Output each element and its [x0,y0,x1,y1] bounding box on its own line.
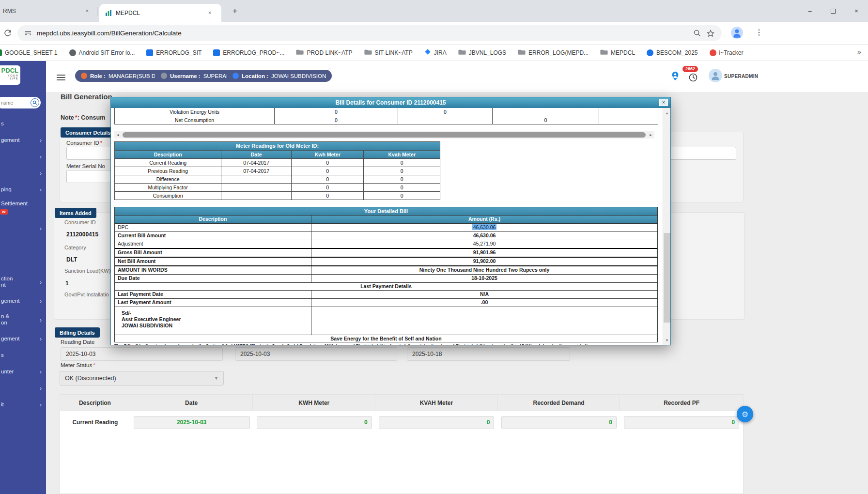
settings-fab[interactable]: ⚙ [737,406,753,422]
bookmark-item[interactable]: JIRA [424,48,447,57]
sidebar-item[interactable]: ping› [0,181,46,198]
bookmark-item[interactable]: PROD LINK~ATP [296,49,352,57]
table-row: Previous Reading 07-04-2017 0 0 [115,167,440,175]
zoom-icon[interactable] [693,29,701,37]
reading-date-input-2[interactable]: 2025-10-03 [235,347,397,361]
modal-vertical-scrollbar[interactable]: ▲ ▼ [663,108,670,345]
folder-icon [600,49,608,57]
chevron-right-icon: › [40,401,42,408]
menu-toggle-icon[interactable] [57,73,65,82]
chevron-right-icon: › [40,153,42,160]
modal-title: Bill Details for Consumer ID 2112000415 [335,99,446,106]
table-row: Current Bill Amount 46,630.06 [115,232,657,240]
table-header-row: Description Date Kwh Meter Kvah Meter [115,150,440,158]
bookmark-star-icon[interactable] [706,29,715,38]
column-header: Date [130,395,253,411]
scroll-left-arrow[interactable]: ◄ [114,131,122,139]
close-icon[interactable]: × [83,7,91,15]
screen: RMS × MEPDCL × + – × mepdcl.ubs.ieasybil… [0,0,868,494]
tab-title: RMS [3,8,83,15]
folder-icon [518,49,526,57]
table-row: DPC 46,630.06 [115,223,657,232]
item-value: 1 [65,280,69,287]
sidebar-item[interactable]: SettlementW [0,198,46,220]
chevron-right-icon: › [40,368,42,375]
modal-close-button[interactable]: × [659,99,668,106]
kwh-meter-input[interactable]: 0 [257,416,372,429]
new-tab-button[interactable]: + [229,5,241,17]
sidebar-item[interactable]: n &on› [0,309,46,330]
scroll-up-arrow[interactable]: ▲ [663,109,671,117]
bookmark-item[interactable]: JBVNL_LOGS [458,49,506,57]
hscroll-thumb[interactable] [123,132,646,138]
chevron-right-icon: › [40,186,42,193]
caret-down-icon: ▼ [214,376,218,381]
close-icon[interactable]: × [206,9,214,17]
scroll-down-arrow[interactable]: ▼ [663,336,671,344]
browser-tab-rms[interactable]: RMS × [0,4,95,18]
address-bar[interactable]: mepdcl.ubs.ieasybill.com/BillGeneration/… [17,25,722,41]
bookmarks-overflow-icon[interactable]: » [857,47,861,56]
folder-icon [296,49,304,57]
search-icon[interactable] [31,98,39,107]
bookmark-item[interactable]: ERRORLOG_SIT [146,49,202,56]
refresh-icon[interactable] [3,28,13,38]
note-text: Note*: Consum [61,114,105,121]
reading-date-input-1[interactable]: 2025-10-03 [61,347,223,361]
sidebar-item[interactable]: › [0,380,46,396]
sidebar-item[interactable]: gement› [0,293,46,309]
table-row: AMOUNT IN WORDS Ninety One Thousand Nine… [115,265,657,274]
url-text[interactable]: mepdcl.ubs.ieasybill.com/BillGeneration/… [37,30,688,37]
table-title: Your Detailed Bill [115,207,657,215]
column-header: Recorded Demand [498,395,620,411]
sidebar-item[interactable]: s [0,347,46,363]
sidebar-item[interactable]: unter› [0,363,46,380]
avatar[interactable] [709,69,722,84]
table-row: Due Date 18-10-2025 [115,274,657,282]
bookmark-item[interactable]: ERRORLOG_PROD~... [213,49,284,56]
sidebar-item[interactable]: › [0,148,46,165]
site-settings-icon[interactable] [24,30,32,37]
clock-icon[interactable] [688,73,698,84]
due-date-input[interactable]: 2025-10-18 [407,347,570,361]
kvah-meter-input[interactable]: 0 [379,416,494,429]
column-header: Description [60,395,130,411]
sidebar-item[interactable]: › [0,165,46,181]
maximize-button[interactable] [822,0,845,22]
browser-menu-icon[interactable] [755,28,763,37]
sidebar-item[interactable]: gement› [0,132,46,148]
bookmark-item[interactable]: ERROR_LOG(MEPD... [518,49,589,57]
close-window-button[interactable]: × [845,0,868,22]
sidebar-item[interactable]: s [0,115,46,132]
site-icon [69,49,76,56]
sidebar-item[interactable]: it› [0,396,46,413]
recorded-pf-input[interactable]: 0 [624,416,739,429]
vscroll-thumb[interactable] [664,233,670,323]
sidebar-search-input[interactable] [1,100,26,106]
current-reading-date-input[interactable]: 2025-10-03 [134,416,250,429]
horizontal-scrollbar[interactable]: ◄ ► [114,131,654,139]
bookmark-item[interactable]: i~Tracker [710,49,744,56]
sidebar-search [0,97,41,108]
profile-avatar-icon[interactable] [730,26,744,39]
recorded-demand-input[interactable]: 0 [501,416,617,429]
chevron-right-icon: › [40,385,42,392]
sidebar-item[interactable]: › [0,220,46,236]
bookmark-item[interactable]: SIT-LINK~ATP [364,49,413,57]
sidebar-item[interactable]: ctionnt› [0,271,46,293]
bookmark-item[interactable]: GOOGLE_SHEET 1 [0,49,58,56]
person-pin-icon[interactable] [670,71,681,83]
scroll-right-arrow[interactable]: ► [647,131,654,139]
bookmark-item[interactable]: BESCOM_2025 [647,49,698,56]
globe-icon [647,49,653,56]
mepdcl-favicon [105,10,112,16]
meter-status-select[interactable]: OK (Disconnected) ▼ [60,371,224,386]
bookmark-item[interactable]: Android SIT Error lo... [69,49,135,56]
doc-icon [146,49,153,56]
sidebar-item[interactable]: gement› [0,330,46,347]
item-label: Sanction Load(KW) [64,268,110,274]
minimize-button[interactable]: – [798,0,822,22]
location-pin-icon [232,73,239,79]
bookmark-item[interactable]: MEPDCL [600,49,635,57]
browser-tab-mepdcl[interactable]: MEPDCL × [99,4,221,22]
